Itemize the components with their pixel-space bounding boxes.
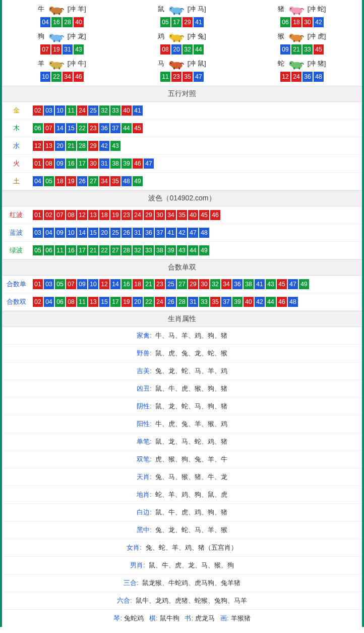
ball: 09 — [280, 44, 290, 55]
ball: 17 — [171, 17, 181, 27]
attr-text: 鼠、龙、马、蛇、鸡、猪 — [155, 438, 227, 445]
ball: 05 — [55, 279, 65, 289]
zodiac-name: 羊 — [38, 60, 44, 67]
ball: 13 — [88, 210, 98, 220]
row-label: 金 — [2, 102, 30, 119]
svg-point-16 — [49, 34, 54, 39]
ball: 47 — [144, 159, 154, 169]
row-balls: 0108091617303138394647 — [30, 155, 362, 172]
ball: 36 — [232, 279, 242, 289]
zodiac-balls: 10223446 — [2, 72, 122, 82]
ball: 47 — [288, 279, 298, 289]
ball: 39 — [232, 297, 242, 307]
ball: 38 — [110, 159, 120, 169]
ball: 25 — [166, 279, 176, 289]
attr-label: 白边: — [137, 508, 152, 516]
footer-text: 鼠牛狗 — [160, 614, 179, 622]
ball: 23 — [171, 72, 181, 82]
footer-label: 棋: — [149, 614, 158, 622]
ball: 33 — [110, 106, 120, 116]
ball: 43 — [110, 141, 120, 151]
ball: 34 — [63, 72, 73, 82]
svg-point-31 — [49, 61, 54, 66]
ball: 15 — [88, 228, 98, 238]
zodiac-name: 狗 — [38, 32, 44, 40]
ball: 08 — [44, 159, 54, 169]
zodiac-icon — [286, 5, 306, 13]
ball: 32 — [183, 44, 193, 55]
ball: 41 — [166, 228, 176, 238]
ball: 45 — [133, 123, 143, 133]
svg-point-32 — [50, 63, 51, 64]
row-label: 合数双 — [2, 293, 30, 310]
ball: 21 — [144, 279, 154, 289]
ball: 43 — [266, 279, 276, 289]
ball: 34 — [221, 279, 231, 289]
ball: 01 — [33, 279, 43, 289]
data-row: 土 04051819262734354849 — [2, 173, 362, 190]
attr-row: 双笔: 虎、猴、狗、兔、羊、牛 — [2, 451, 362, 468]
ball: 01 — [33, 210, 43, 220]
ball: 42 — [99, 141, 109, 151]
footer-row: 琴:兔蛇鸡 棋:鼠牛狗 书:虎龙马 画:羊猴猪 — [2, 610, 362, 627]
ball: 18 — [55, 176, 65, 186]
zodiac-chong: [冲 虎] — [308, 32, 326, 40]
ball: 24 — [77, 106, 87, 116]
ball: 07 — [44, 123, 54, 133]
ball: 03 — [44, 106, 54, 116]
data-row: 蓝波 03040910141520252631363741424748 — [2, 224, 362, 242]
section-heshu: 合数单双 — [2, 259, 362, 276]
zodiac-balls: 05172941 — [122, 17, 242, 27]
ball: 22 — [51, 72, 62, 82]
ball: 06 — [33, 123, 43, 133]
ball: 30 — [155, 210, 165, 220]
ball: 35 — [177, 210, 187, 220]
page-wrap: 牛 [冲 羊] 04162840 鼠 [冲 马] 05172941 猪 [冲 蛇… — [0, 0, 364, 627]
attr-row: 家禽: 牛、马、羊、鸡、狗、猪 — [2, 327, 362, 345]
ball: 43 — [177, 245, 187, 255]
ball: 40 — [188, 210, 198, 220]
zodiac-balls: 06183042 — [242, 17, 362, 27]
ball: 05 — [44, 176, 54, 186]
svg-point-44 — [298, 67, 300, 69]
attr-label: 单笔: — [137, 438, 152, 445]
data-row: 木 06071415222336374445 — [2, 120, 362, 137]
ball: 40 — [122, 106, 132, 116]
ball: 28 — [77, 141, 87, 151]
data-row: 合数双 020406081113151719202224262831333537… — [2, 293, 362, 311]
zodiac-cell: 猴 [冲 虎] 09213345 — [242, 29, 362, 57]
zodiac-head: 狗 [冲 龙] — [2, 31, 122, 42]
footer-text: 兔蛇鸡 — [124, 614, 144, 622]
ball: 03 — [33, 228, 43, 238]
ball: 26 — [166, 297, 176, 307]
ball: 20 — [133, 297, 143, 307]
attr-rows: 家禽: 牛、马、羊、鸡、狗、猪 野兽: 鼠、虎、兔、龙、蛇、猴 吉美: 兔、龙、… — [2, 327, 362, 610]
ball: 18 — [133, 279, 143, 289]
ball: 25 — [88, 106, 98, 116]
ball: 07 — [40, 44, 50, 55]
attr-row: 阳性: 牛、虎、兔、羊、猴、鸡 — [2, 415, 362, 433]
ball: 16 — [66, 245, 76, 255]
zodiac-cell: 鼠 [冲 马] 05172941 — [122, 2, 242, 29]
ball: 24 — [155, 297, 165, 307]
ball: 29 — [188, 279, 198, 289]
zodiac-grid: 牛 [冲 羊] 04162840 鼠 [冲 马] 05172941 猪 [冲 蛇… — [2, 0, 362, 86]
ball: 01 — [33, 159, 43, 169]
ball: 04 — [40, 17, 50, 27]
ball: 12 — [99, 279, 109, 289]
row-label: 土 — [2, 173, 30, 190]
ball: 49 — [133, 176, 143, 186]
ball: 29 — [144, 210, 154, 220]
ball: 12 — [280, 72, 290, 82]
ball: 14 — [55, 123, 65, 133]
svg-point-28 — [293, 40, 295, 42]
attr-row: 野兽: 鼠、虎、兔、龙、蛇、猴 — [2, 345, 362, 362]
ball: 09 — [55, 159, 65, 169]
ball: 39 — [122, 159, 132, 169]
zodiac-balls: 08203244 — [122, 44, 242, 55]
svg-point-37 — [170, 63, 171, 64]
ball: 44 — [188, 245, 198, 255]
ball: 11 — [77, 297, 87, 307]
ball: 30 — [88, 159, 98, 169]
footer-text: 虎龙马 — [195, 614, 215, 622]
